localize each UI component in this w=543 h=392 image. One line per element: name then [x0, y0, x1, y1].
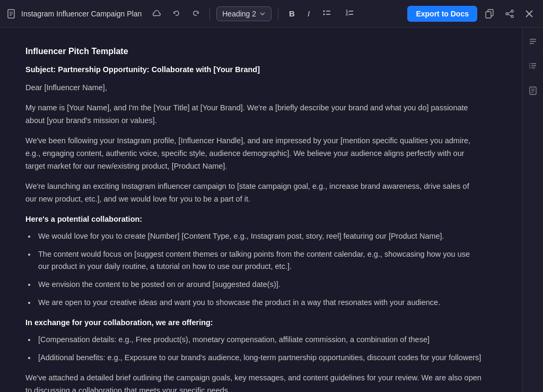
para2: We've been following your Instagram prof…	[25, 135, 481, 173]
svg-point-4	[323, 11, 325, 12]
svg-text:2.: 2.	[346, 12, 349, 16]
toolbar: Instagram Influencer Campaign Plan Headi…	[0, 0, 543, 28]
cloud-save-button[interactable]	[149, 7, 165, 21]
export-to-docs-button[interactable]: Export to Docs	[407, 6, 477, 22]
copy-button[interactable]	[481, 7, 497, 21]
sidebar-tools	[522, 28, 543, 392]
document-title: Instagram Influencer Campaign Plan	[21, 10, 142, 18]
bold-button[interactable]: B	[285, 6, 299, 21]
redo-button[interactable]	[188, 7, 203, 20]
main-area: Influencer Pitch Template Subject: Partn…	[0, 28, 543, 392]
greeting: Dear [Influencer Name],	[25, 82, 481, 94]
svg-line-18	[508, 14, 511, 16]
list-item: [Additional benefits: e.g., Exposure to …	[36, 352, 481, 364]
list-item: The content would focus on [suggest cont…	[36, 248, 481, 274]
document-content: Influencer Pitch Template Subject: Partn…	[25, 45, 481, 392]
toolbar-divider-1	[209, 7, 210, 20]
list-item: We would love for you to create [Number]…	[36, 230, 481, 243]
heading-dropdown-label: Heading 2	[222, 10, 256, 18]
sidebar-doc-tool[interactable]	[525, 83, 541, 99]
collab-heading: Here's a potential collaboration:	[25, 213, 481, 226]
doc-heading: Influencer Pitch Template	[25, 45, 481, 58]
svg-point-14	[511, 10, 513, 12]
bullet-list-button[interactable]	[318, 5, 336, 22]
list-item: We envision the content to be posted on …	[36, 278, 481, 291]
svg-point-16	[511, 15, 513, 18]
heading-dropdown[interactable]: Heading 2	[216, 6, 272, 21]
svg-point-15	[506, 13, 508, 15]
italic-button[interactable]: I	[303, 6, 314, 21]
exchange-heading: In exchange for your collaboration, we a…	[25, 317, 481, 329]
exchange-list: [Compensation details: e.g., Free produc…	[36, 334, 481, 364]
list-item: We are open to your creative ideas and w…	[36, 297, 481, 309]
editor-area[interactable]: Influencer Pitch Template Subject: Partn…	[0, 28, 522, 392]
undo-button[interactable]	[169, 7, 184, 20]
para1: My name is [Your Name], and I'm the [You…	[25, 102, 481, 127]
sidebar-list-tool-1[interactable]	[525, 34, 541, 50]
document-icon	[6, 8, 17, 19]
close-button[interactable]	[522, 7, 537, 20]
list-item: [Compensation details: e.g., Free produc…	[36, 334, 481, 346]
toolbar-divider-2	[278, 7, 278, 20]
para3: We're launching an exciting Instagram in…	[25, 180, 481, 206]
share-button[interactable]	[502, 7, 518, 21]
closing-para: We've attached a detailed brief outlinin…	[25, 372, 481, 392]
sidebar-list-tool-2[interactable]	[525, 58, 541, 74]
collab-list: We would love for you to create [Number]…	[36, 230, 481, 310]
subject-line: Subject: Partnership Opportunity: Collab…	[25, 64, 481, 76]
svg-point-6	[323, 14, 325, 15]
svg-rect-13	[486, 12, 491, 18]
svg-line-17	[508, 12, 511, 13]
numbered-list-button[interactable]: 1. 2.	[340, 5, 358, 22]
